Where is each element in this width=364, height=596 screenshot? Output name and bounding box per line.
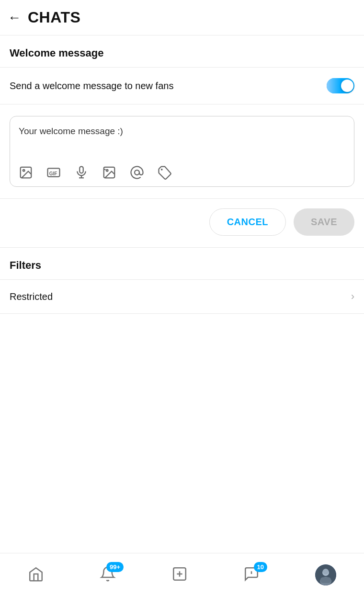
price-tag-icon[interactable] — [158, 165, 172, 180]
at-icon[interactable] — [130, 165, 144, 180]
back-button[interactable]: ← — [8, 10, 21, 25]
welcome-toggle-row: Send a welcome message to new fans — [0, 68, 364, 104]
toggle-thumb — [341, 80, 353, 92]
chevron-right-icon: › — [351, 290, 354, 303]
home-icon — [28, 566, 44, 584]
message-box-area: Your welcome message :) GIF — [0, 104, 364, 199]
filters-title: Filters — [10, 259, 41, 271]
message-box[interactable]: Your welcome message :) GIF — [10, 116, 354, 187]
restricted-label: Restricted — [10, 291, 53, 302]
nav-item-profile[interactable] — [315, 564, 336, 585]
action-buttons: CANCEL SAVE — [0, 199, 364, 248]
nav-item-messages[interactable]: 10 — [243, 566, 260, 584]
message-text[interactable]: Your welcome message :) — [19, 126, 345, 155]
cancel-button[interactable]: CANCEL — [209, 208, 286, 236]
notifications-badge: 99+ — [106, 562, 124, 572]
svg-rect-20 — [320, 577, 331, 583]
media-icon[interactable] — [102, 165, 116, 180]
svg-point-9 — [135, 170, 139, 175]
toggle-label-text: Send a welcome message to new fans — [10, 79, 173, 92]
svg-point-8 — [106, 170, 108, 172]
message-toolbar: GIF — [19, 165, 345, 180]
mic-icon[interactable] — [74, 165, 89, 180]
svg-text:GIF: GIF — [49, 171, 57, 176]
svg-point-10 — [161, 169, 163, 171]
svg-rect-4 — [80, 167, 83, 173]
filters-section: Filters — [0, 248, 364, 280]
nav-item-home[interactable] — [28, 566, 44, 584]
nav-item-create[interactable] — [171, 566, 188, 584]
svg-point-19 — [323, 569, 329, 574]
messages-badge: 10 — [254, 562, 267, 572]
page-title: CHATS — [28, 9, 80, 26]
svg-point-1 — [23, 170, 25, 172]
welcome-toggle-switch[interactable] — [327, 78, 354, 93]
header: ← CHATS — [0, 0, 364, 35]
toggle-track-left — [327, 78, 341, 93]
avatar — [315, 564, 336, 585]
nav-item-notifications[interactable]: 99+ — [100, 566, 116, 584]
image-icon[interactable] — [19, 165, 33, 180]
bottom-nav: 99+ 10 — [0, 553, 364, 596]
save-button[interactable]: SAVE — [294, 208, 354, 236]
plus-square-icon — [171, 566, 188, 584]
restricted-row[interactable]: Restricted › — [0, 280, 364, 314]
gif-icon[interactable]: GIF — [46, 165, 61, 180]
welcome-message-section-label: Welcome message — [0, 35, 364, 68]
